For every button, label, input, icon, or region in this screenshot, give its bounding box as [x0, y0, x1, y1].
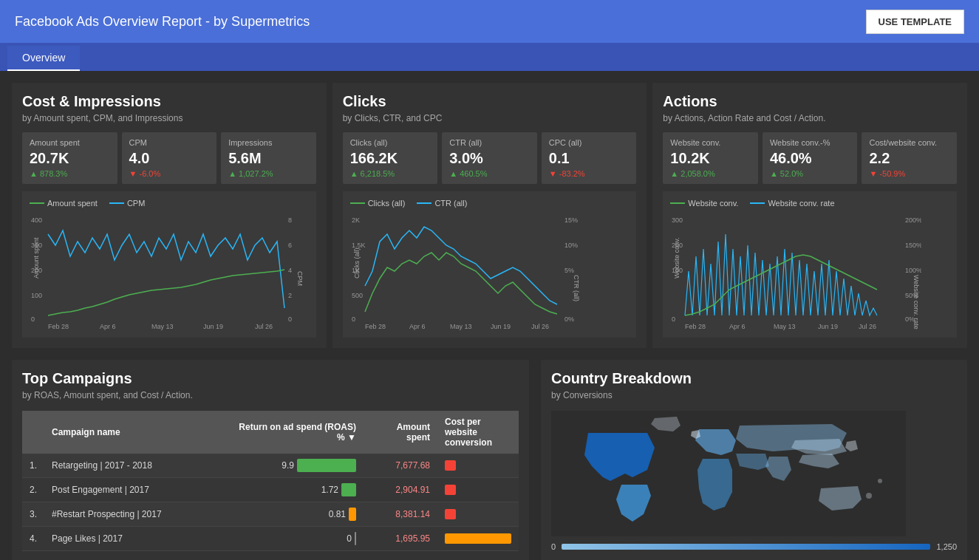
legend-line-blue	[750, 202, 765, 204]
amount-spent: 2,904.91	[364, 478, 437, 502]
svg-text:10%: 10%	[564, 242, 578, 249]
metric-cost-website-conv: Cost/website conv. 2.2 ▼ -50.9%	[862, 132, 957, 184]
use-template-button[interactable]: USE TEMPLATE	[866, 10, 964, 34]
metric-value: 2.2	[869, 150, 949, 167]
bottom-row: Top Campaigns by ROAS, Amount spent, and…	[0, 348, 979, 560]
campaigns-panel: Top Campaigns by ROAS, Amount spent, and…	[12, 360, 529, 560]
svg-text:8: 8	[288, 216, 292, 224]
svg-text:Jun 19: Jun 19	[203, 323, 223, 330]
svg-text:Apr 6: Apr 6	[409, 323, 426, 330]
col-cpwc: Cost per website conversion	[437, 411, 519, 454]
cpwc-bar	[445, 460, 456, 471]
svg-text:0: 0	[672, 315, 675, 323]
legend-website-conv: Website conv.	[670, 199, 738, 208]
metric-change: ▲ 52.0%	[770, 169, 850, 178]
legend-line-green	[670, 202, 685, 204]
svg-text:400: 400	[31, 216, 42, 224]
svg-text:Website conv. rate: Website conv. rate	[913, 275, 920, 329]
svg-text:CTR (all): CTR (all)	[573, 275, 579, 301]
metric-label: CPC (all)	[549, 138, 630, 147]
campaign-name: Retargeting | 2017 - 2018	[44, 454, 231, 478]
actions-metrics: Website conv. 10.2K ▲ 2,058.0% Website c…	[663, 132, 957, 184]
clicks-panel: Clicks by Clicks, CTR, and CPC Clicks (a…	[332, 83, 647, 348]
svg-text:200%: 200%	[905, 216, 921, 224]
cpwc-cell	[437, 454, 519, 478]
cost-impressions-title: Cost & Impressions	[22, 93, 316, 110]
app-title: Facebook Ads Overview Report - by Superm…	[15, 14, 310, 30]
svg-text:Amount spent: Amount spent	[33, 237, 40, 279]
cost-impressions-chart: Amount spent CPM 400 300 200 100 0 8	[22, 191, 316, 338]
metric-change: ▼ -83.2%	[549, 169, 630, 178]
svg-text:2: 2	[288, 292, 292, 299]
metric-value: 46.0%	[770, 150, 850, 167]
svg-text:CPM: CPM	[296, 271, 303, 286]
actions-title: Actions	[663, 93, 957, 110]
svg-text:4: 4	[288, 267, 292, 274]
svg-text:Jun 19: Jun 19	[491, 323, 511, 330]
col-num	[22, 411, 44, 454]
table-row: 3. #Restart Prospecting | 2017 0.81 8,38…	[22, 502, 519, 527]
cost-impressions-panel: Cost & Impressions by Amount spent, CPM,…	[12, 83, 327, 348]
svg-text:0: 0	[288, 315, 292, 323]
campaigns-table: Campaign name Return on ad spend (ROAS) …	[22, 411, 519, 551]
campaign-name: Post Engagement | 2017	[44, 478, 231, 502]
metric-change: ▲ 2,058.0%	[670, 169, 751, 178]
metric-label: Website conv.	[670, 138, 751, 147]
svg-text:2K: 2K	[352, 216, 360, 224]
metric-label: CTR (all)	[449, 138, 530, 147]
metric-value: 166.2K	[350, 150, 431, 167]
legend-label: Website conv.	[688, 199, 738, 208]
campaigns-subtitle: by ROAS, Amount spent, and Cost / Action…	[22, 390, 519, 400]
legend-ctr-all: CTR (all)	[417, 199, 467, 208]
actions-panel: Actions by Actions, Action Rate and Cost…	[652, 83, 967, 348]
metric-change: ▲ 6,218.5%	[350, 169, 431, 178]
svg-text:Jul 26: Jul 26	[255, 323, 273, 330]
metric-change: ▲ 460.5%	[449, 169, 530, 178]
svg-text:15%: 15%	[564, 216, 578, 224]
metric-change: ▲ 1,027.2%	[228, 169, 309, 178]
roas-value: 0.81	[329, 509, 346, 519]
legend-label: CTR (all)	[434, 199, 467, 208]
amount-spent: 1,695.95	[364, 527, 437, 551]
metric-ctr-all: CTR (all) 3.0% ▲ 460.5%	[442, 132, 537, 184]
roas-cell: 0	[231, 527, 364, 551]
col-campaign-name[interactable]: Campaign name	[44, 411, 231, 454]
app-header: Facebook Ads Overview Report - by Superm…	[0, 0, 979, 43]
legend-line-green	[30, 202, 44, 204]
svg-text:0: 0	[352, 315, 355, 323]
metric-website-conv-pct: Website conv.-% 46.0% ▲ 52.0%	[763, 132, 858, 184]
actions-chart-svg: 300 200 100 0 200% 150% 100% 50% 0% Webs…	[670, 212, 921, 330]
svg-text:5%: 5%	[564, 267, 574, 274]
country-subtitle: by Conversions	[551, 390, 957, 400]
legend-label: CPM	[127, 199, 145, 208]
cpwc-bar	[445, 485, 456, 495]
cpwc-cell	[437, 478, 519, 502]
table-header-row: Campaign name Return on ad spend (ROAS) …	[22, 411, 519, 454]
roas-bar	[341, 483, 356, 496]
svg-text:Jul 26: Jul 26	[531, 323, 549, 330]
roas-value: 9.9	[282, 460, 294, 471]
table-row: 1. Retargeting | 2017 - 2018 9.9 7,677.6…	[22, 454, 519, 478]
metric-label: Impressions	[228, 138, 309, 147]
cost-chart-svg: 400 300 200 100 0 8 6 4 2 0 Amount spent…	[30, 212, 303, 330]
tab-overview[interactable]: Overview	[7, 46, 80, 71]
svg-text:Website conv.: Website conv.	[673, 237, 680, 279]
roas-bar	[349, 508, 356, 521]
metric-website-conv: Website conv. 10.2K ▲ 2,058.0%	[663, 132, 758, 184]
svg-text:1.5K: 1.5K	[352, 242, 366, 249]
roas-cell: 9.9	[231, 454, 364, 478]
svg-text:Feb 28: Feb 28	[48, 323, 69, 330]
world-map	[551, 411, 957, 536]
metric-value: 4.0	[129, 150, 210, 167]
roas-value: 1.72	[321, 485, 338, 495]
campaign-name: #Restart Prospecting | 2017	[44, 502, 231, 527]
col-roas[interactable]: Return on ad spend (ROAS) % ▼	[231, 411, 364, 454]
svg-text:Clicks (all): Clicks (all)	[353, 247, 361, 279]
metric-cpc-all: CPC (all) 0.1 ▼ -83.2%	[542, 132, 637, 184]
metric-change: ▼ -6.0%	[129, 169, 210, 178]
row-num: 4.	[22, 527, 44, 551]
table-row: 4. Page Likes | 2017 0 1,695.95	[22, 527, 519, 551]
row-num: 3.	[22, 502, 44, 527]
roas-cell: 1.72	[231, 478, 364, 502]
metric-label: Website conv.-%	[770, 138, 850, 147]
